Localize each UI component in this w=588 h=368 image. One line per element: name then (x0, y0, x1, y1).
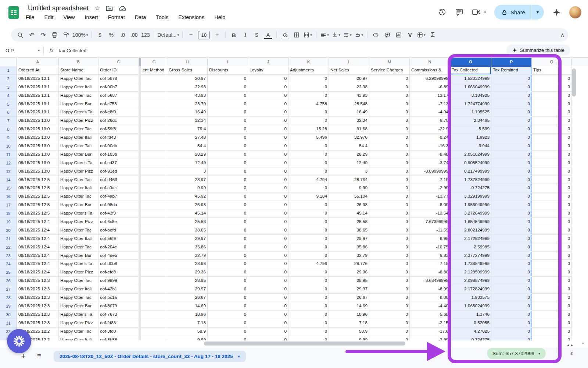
cell-A23[interactable]: 08/18/2025 12:4 (17, 252, 59, 260)
cell-N15[interactable]: -2.99 (410, 184, 450, 192)
currency-format-button[interactable]: $ (94, 30, 105, 40)
cell-C13[interactable]: oof-91ed (98, 167, 139, 176)
cell-M2[interactable]: 0 (369, 75, 410, 83)
menu-data[interactable]: Data (135, 14, 146, 20)
document-title[interactable]: Untitled spreadsheet (28, 4, 89, 12)
cell-K27[interactable]: 0 (288, 285, 329, 294)
gemini-sparkle-icon[interactable] (552, 8, 561, 17)
cell-N24[interactable]: -7.19 (410, 260, 450, 268)
cell-O13[interactable]: 0.217499999 (450, 167, 491, 176)
row-header-25[interactable]: 25 (0, 268, 17, 277)
percent-format-button[interactable]: % (105, 30, 117, 40)
cell-L13[interactable]: 3 (329, 167, 369, 176)
cell-J32[interactable]: 0 (248, 328, 288, 336)
cell-G20[interactable] (141, 226, 167, 235)
cell-P2[interactable]: 0 (491, 75, 532, 83)
cell-B31[interactable]: Happy Otter Pizz (59, 319, 98, 328)
cell-K3[interactable]: 0 (288, 83, 329, 92)
cell-I9[interactable]: 0 (208, 134, 248, 142)
cell-M25[interactable]: 0 (369, 268, 410, 277)
cell-N27[interactable]: -8.99 (410, 285, 450, 294)
table-tools-button[interactable]: ▾ (416, 30, 427, 40)
cell-K17[interactable]: 0 (288, 201, 329, 209)
cell-N21[interactable]: -8.99 (410, 235, 450, 243)
column-header-M[interactable]: M (369, 58, 410, 66)
cell-H5[interactable]: 23.79 (167, 100, 208, 109)
cell-I25[interactable]: 0 (208, 268, 248, 277)
font-size-input[interactable]: 10 (198, 31, 210, 39)
cell-L3[interactable]: 22.98 (329, 83, 369, 92)
horizontal-scrollbar[interactable] (204, 342, 405, 346)
cell-L4[interactable]: 43.93 (329, 92, 369, 100)
summarize-table-button[interactable]: Summarize this table (506, 45, 570, 56)
field-header-N[interactable]: Commissions & (410, 66, 450, 75)
row-header-2[interactable]: 2 (0, 75, 17, 83)
cell-C20[interactable]: oof-befd (98, 226, 139, 235)
cell-J24[interactable]: 0 (248, 260, 288, 268)
cell-K24[interactable]: 4.796 (288, 260, 329, 268)
menu-file[interactable]: File (26, 14, 34, 20)
cell-G32[interactable] (141, 328, 167, 336)
cell-M26[interactable]: 0 (369, 277, 410, 285)
cell-A4[interactable]: 08/18/2025 13:1 (17, 92, 59, 100)
more-formats-button[interactable]: 123 (140, 30, 151, 40)
cloud-status-icon[interactable] (119, 6, 126, 11)
cell-A11[interactable]: 08/18/2025 13:0 (17, 151, 59, 159)
field-header-B[interactable]: Store Name (59, 66, 98, 75)
cell-Q4[interactable]: 0 (532, 92, 572, 100)
cell-M15[interactable]: 0 (369, 184, 410, 192)
menu-insert[interactable]: Insert (85, 14, 98, 20)
field-header-Q[interactable]: Tips (532, 66, 572, 75)
cell-Q8[interactable]: 0 (532, 125, 572, 134)
cell-C28[interactable]: oof-bc1a (98, 294, 139, 302)
share-button[interactable]: Share ▾ (494, 5, 544, 20)
cell-I8[interactable]: 0 (208, 125, 248, 134)
cell-P29[interactable]: 0 (491, 302, 532, 311)
cell-Q18[interactable]: 0 (532, 209, 572, 218)
cell-O15[interactable]: 0.724275 (450, 184, 491, 192)
cell-J21[interactable]: 0 (248, 235, 288, 243)
cell-A18[interactable]: 08/18/2025 12:5 (17, 209, 59, 218)
cell-B12[interactable]: Happy Otter's Ta (59, 159, 98, 167)
cell-M27[interactable]: 0 (369, 285, 410, 294)
cell-I30[interactable]: 0 (208, 311, 248, 319)
cell-L7[interactable]: 32.34 (329, 117, 369, 125)
cell-K21[interactable]: 0 (288, 235, 329, 243)
cell-Q25[interactable]: 0 (532, 268, 572, 277)
cell-O4[interactable]: 3.184925 (450, 92, 491, 100)
cell-A13[interactable]: 08/18/2025 13:0 (17, 167, 59, 176)
cell-C10[interactable]: oof-90db (98, 142, 139, 151)
cell-J14[interactable]: 0 (248, 176, 288, 184)
cell-N12[interactable]: -3.74 (410, 159, 450, 167)
print-icon[interactable] (49, 30, 60, 40)
cell-C6[interactable]: oof-e8f0 (98, 108, 139, 117)
cell-N2[interactable]: -6.29099999 (410, 75, 450, 83)
column-header-A[interactable]: A (17, 58, 59, 66)
insert-link-icon[interactable] (370, 30, 381, 40)
cell-H28[interactable]: 26.67 (167, 294, 208, 302)
cell-G21[interactable] (141, 235, 167, 243)
cell-O22[interactable]: 2.59985 (450, 243, 491, 252)
cell-H13[interactable]: 3 (167, 167, 208, 176)
cell-G28[interactable] (141, 294, 167, 302)
cell-N8[interactable]: -22.9 (410, 125, 450, 134)
cell-C16[interactable]: oof-4ab7 (98, 192, 139, 201)
cell-I28[interactable]: 0 (208, 294, 248, 302)
cell-Q11[interactable]: 0 (532, 151, 572, 159)
cell-L25[interactable]: 29.36 (329, 268, 369, 277)
cell-P33[interactable]: 0 (491, 336, 532, 341)
cell-P7[interactable]: 0 (491, 117, 532, 125)
cell-I20[interactable]: 0 (208, 226, 248, 235)
cell-I19[interactable]: 0 (208, 218, 248, 226)
sheet-tab[interactable]: 2025-08-18T20_12_50Z - Order Details - s… (54, 351, 246, 362)
cell-I27[interactable]: 0 (208, 285, 248, 294)
cell-N4[interactable]: -13.17 (410, 92, 450, 100)
row-header-22[interactable]: 22 (0, 243, 17, 252)
column-header-H[interactable]: H (167, 58, 208, 66)
cell-M5[interactable]: 0 (369, 100, 410, 109)
cell-M10[interactable]: 0 (369, 142, 410, 151)
cell-C17[interactable]: oof-98da (98, 201, 139, 209)
cell-C21[interactable]: oof-56f9 (98, 235, 139, 243)
cell-M29[interactable]: 0 (369, 302, 410, 311)
cell-L10[interactable]: 54.4 (329, 142, 369, 151)
